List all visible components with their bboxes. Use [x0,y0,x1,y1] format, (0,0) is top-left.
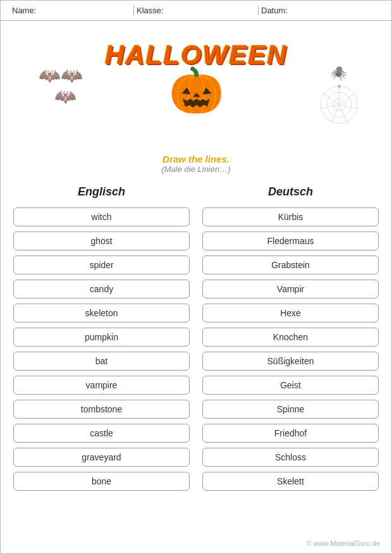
illustration: HALLOWEEN 🦇🦇 🦇 🎃 🕷️ [13,27,379,147]
svg-line-2 [340,105,358,109]
deutsch-word-item: Hexe [202,304,379,323]
name-field: Name: [9,6,134,15]
instruction: Draw the lines. (Male die Linien…) [13,154,379,174]
english-word-item: witch [13,207,190,226]
svg-line-5 [321,105,339,109]
english-word-item: spider [13,255,190,274]
header-bar: Name: Klasse: Datum: [1,1,391,21]
instruction-main: Draw the lines. [13,154,379,164]
bats-left-icon: 🦇🦇 🦇 [39,65,83,107]
spider-top-icon: 🕷️ [330,65,347,82]
english-column: Englisch witchghostspidercandyskeletonpu… [13,185,190,496]
english-words-list: witchghostspidercandyskeletonpumpkinbatv… [13,207,190,491]
english-word-item: graveyard [13,448,190,467]
deutsch-word-item: Friedhof [202,424,379,443]
deutsch-word-item: Grabstein [202,255,379,274]
pumpkin-icon: 🎃 [169,68,224,113]
deutsch-word-item: Süßigkeiten [202,352,379,371]
deutsch-word-item: Skelett [202,472,379,491]
deutsch-word-item: Geist [202,376,379,395]
english-header: Englisch [13,185,190,199]
deutsch-word-item: Fledermaus [202,231,379,250]
spiderweb-icon [319,84,360,128]
deutsch-word-item: Spinne [202,400,379,419]
deutsch-word-item: Vampir [202,280,379,299]
deutsch-word-item: Kürbis [202,207,379,226]
deutsch-words-list: KürbisFledermausGrabsteinVampirHexeKnoch… [202,207,379,491]
english-word-item: pumpkin [13,328,190,347]
class-label: Klasse: [137,6,164,15]
deutsch-word-item: Knochen [202,328,379,347]
english-word-item: tombstone [13,400,190,419]
footer: © www.MaterialGuru.de [307,539,380,547]
svg-line-4 [331,105,340,123]
svg-line-6 [323,92,340,105]
svg-line-3 [340,105,348,123]
english-word-item: ghost [13,231,190,250]
deutsch-column: Deutsch KürbisFledermausGrabsteinVampirH… [202,185,379,496]
date-label: Datum: [261,6,288,15]
content: HALLOWEEN 🦇🦇 🦇 🎃 🕷️ [1,21,391,515]
english-word-item: bone [13,472,190,491]
english-word-item: bat [13,352,190,371]
english-word-item: vampire [13,376,190,395]
english-word-item: castle [13,424,190,443]
word-columns: Englisch witchghostspidercandyskeletonpu… [13,185,379,496]
english-word-item: skeleton [13,304,190,323]
deutsch-word-item: Schloss [202,448,379,467]
class-field: Klasse: [134,6,259,15]
english-word-item: candy [13,280,190,299]
page: Name: Klasse: Datum: HALLOWEEN 🦇🦇 🦇 🎃 🕷️ [0,0,392,554]
deutsch-header: Deutsch [202,185,379,199]
instruction-sub: (Male die Linien…) [13,164,379,174]
svg-line-1 [340,92,356,105]
date-field: Datum: [259,6,383,15]
name-label: Name: [12,6,36,15]
